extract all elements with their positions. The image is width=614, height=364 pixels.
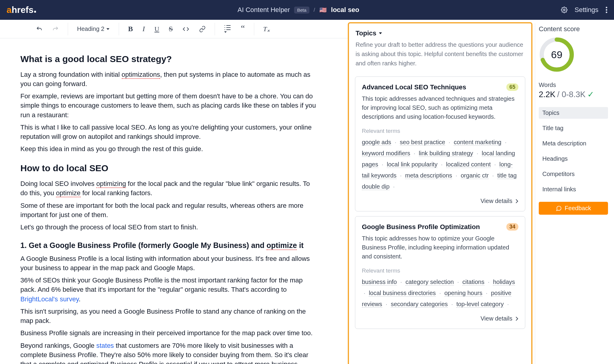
score-tab-title-tag[interactable]: Title tag xyxy=(539,122,608,134)
relevant-terms-label: Relevant terms xyxy=(362,128,518,134)
svg-point-3 xyxy=(606,12,607,13)
italic-icon[interactable]: I xyxy=(142,25,145,33)
beta-badge: Beta xyxy=(294,7,309,13)
editor-paragraph: Let's go through the process of local SE… xyxy=(20,222,318,232)
list-icon[interactable] xyxy=(224,25,231,34)
editor-paragraph: 36% of SEOs think your Google Business P… xyxy=(20,276,318,304)
topic-score-badge: 34 xyxy=(506,223,518,231)
editor-paragraph: Keep this idea in mind as you go through… xyxy=(20,144,318,154)
editor-paragraph: This isn't surprising, as you need a Goo… xyxy=(20,307,318,325)
editor-paragraph: Doing local SEO involves optimizing for … xyxy=(20,179,318,198)
keyword-label[interactable]: local seo xyxy=(331,6,359,14)
score-tab-competitors[interactable]: Competitors xyxy=(539,168,608,180)
editor-toolbar: Heading 2 B I U S “ T✕ xyxy=(0,20,348,38)
breadcrumb-separator: / xyxy=(314,7,315,13)
google-states-link[interactable]: states xyxy=(96,342,114,349)
score-tab-meta-description[interactable]: Meta description xyxy=(539,138,608,149)
code-icon[interactable] xyxy=(182,26,189,32)
check-icon: ✓ xyxy=(587,90,594,99)
score-tab-topics[interactable]: Topics xyxy=(539,107,608,119)
gear-icon[interactable] xyxy=(561,7,568,13)
relevant-terms-label: Relevant terms xyxy=(362,267,518,274)
svg-point-2 xyxy=(606,9,607,11)
editor-paragraph: Business Profile signals are increasing … xyxy=(20,328,318,338)
strikethrough-icon[interactable]: S xyxy=(169,25,173,33)
topics-description: Refine your draft to better address the … xyxy=(356,40,525,68)
flag-icon: 🇺🇸 xyxy=(319,6,327,13)
words-label: Words xyxy=(539,82,608,88)
editor-column: Heading 2 B I U S “ T✕ What is a good lo… xyxy=(0,20,348,364)
chevron-down-icon xyxy=(379,31,382,35)
chevron-right-icon xyxy=(515,316,518,321)
topic-terms: business info · category selection · cit… xyxy=(362,276,518,310)
score-gauge: 69 xyxy=(539,37,575,73)
more-vertical-icon[interactable] xyxy=(606,7,607,13)
heading-gbp: 1. Get a Google Business Profile (former… xyxy=(20,240,318,251)
editor-paragraph: Beyond rankings, Google states that cust… xyxy=(20,341,318,364)
topic-card[interactable]: Google Business Profile Optimization34Th… xyxy=(355,216,525,329)
view-details-link[interactable]: View details xyxy=(362,315,518,322)
link-icon[interactable] xyxy=(199,26,206,32)
editor-body[interactable]: What is a good local SEO strategy? Lay a… xyxy=(0,38,348,364)
chevron-right-icon xyxy=(515,199,518,204)
blockquote-icon[interactable]: “ xyxy=(241,25,245,32)
heading-strategy: What is a good local SEO strategy? xyxy=(20,53,318,66)
topic-terms: google ads · seo best practice · content… xyxy=(362,137,518,192)
svg-point-1 xyxy=(606,7,607,8)
score-panel: Content score 69 Words 2.2K / 0-8.3K ✓ T… xyxy=(535,20,612,364)
score-value: 69 xyxy=(539,37,575,73)
clear-formatting-icon[interactable]: T✕ xyxy=(263,25,267,33)
bold-icon[interactable]: B xyxy=(128,25,133,33)
feedback-button[interactable]: Feedback xyxy=(539,202,608,215)
svg-point-0 xyxy=(563,9,565,11)
editor-paragraph: Some of these are important for both the… xyxy=(20,201,318,219)
undo-icon[interactable] xyxy=(36,26,43,32)
score-tab-internal-links[interactable]: Internal links xyxy=(539,183,608,195)
content-score-title: Content score xyxy=(539,25,608,33)
redo-icon[interactable] xyxy=(52,26,59,32)
editor-paragraph: For example, reviews are important but g… xyxy=(20,91,318,120)
topics-dropdown[interactable]: Topics xyxy=(356,29,525,37)
topic-score-badge: 65 xyxy=(506,83,518,91)
view-details-link[interactable]: View details xyxy=(362,198,518,204)
editor-paragraph: Lay a strong foundation with initial opt… xyxy=(20,70,318,88)
heading-howto: How to do local SEO xyxy=(20,162,318,175)
topic-card-title: Google Business Profile Optimization xyxy=(362,223,480,231)
words-value: 2.2K / 0-8.3K ✓ xyxy=(539,90,608,99)
ahrefs-logo[interactable]: ahrefs xyxy=(7,5,36,15)
editor-paragraph: This is what I like to call passive loca… xyxy=(20,123,318,141)
underline-icon[interactable]: U xyxy=(154,25,159,33)
topic-card-description: This topic addresses advanced techniques… xyxy=(362,94,518,121)
settings-link[interactable]: Settings xyxy=(575,6,599,14)
topic-card-title: Advanced Local SEO Techniques xyxy=(362,83,466,91)
editor-paragraph: A Google Business Profile is a local lis… xyxy=(20,254,318,273)
topic-card-description: This topic addresses how to optimize you… xyxy=(362,234,518,261)
app-name: AI Content Helper xyxy=(237,6,290,14)
heading-selector[interactable]: Heading 2 xyxy=(77,25,110,32)
top-nav: ahrefs AI Content Helper Beta / 🇺🇸 local… xyxy=(0,0,614,20)
topics-panel: Topics Refine your draft to better addre… xyxy=(348,22,532,364)
topic-card[interactable]: Advanced Local SEO Techniques65This topi… xyxy=(355,76,525,211)
brightlocal-link[interactable]: BrightLocal's survey xyxy=(20,295,79,303)
score-tab-headings[interactable]: Headings xyxy=(539,153,608,165)
speech-bubble-icon xyxy=(556,205,562,211)
nav-center: AI Content Helper Beta / 🇺🇸 local seo xyxy=(36,6,561,14)
